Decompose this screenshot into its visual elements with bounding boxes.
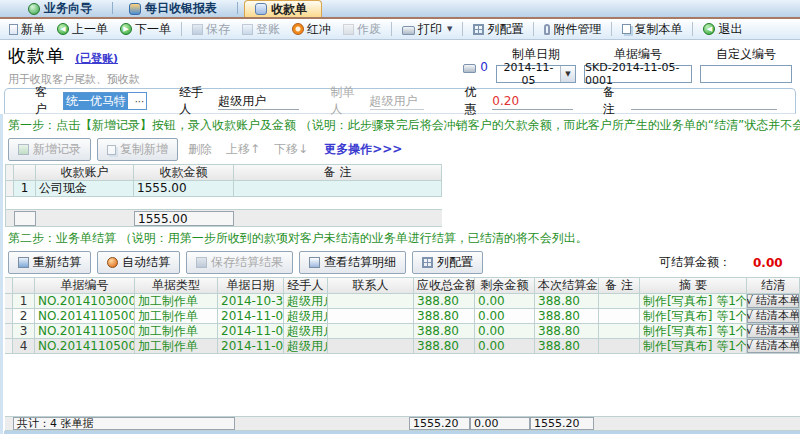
settle-amount-sum: 1555.20 bbox=[530, 417, 594, 430]
discount-label: 优惠 bbox=[464, 84, 486, 118]
red-ink-reverse-button[interactable]: 红冲 bbox=[287, 20, 336, 39]
new-doc-label: 新单 bbox=[21, 21, 45, 38]
doc-date-cell: 2014-10-30 bbox=[218, 294, 284, 309]
settle-amount-cell[interactable]: 388.80 bbox=[535, 339, 599, 354]
table-row[interactable]: 1 NO.201410300002 加工制作单 2014-10-30 超级用户 … bbox=[5, 294, 800, 309]
tab-business-wizard[interactable]: 业务向导 bbox=[18, 0, 106, 17]
check-icon: √ bbox=[747, 294, 753, 308]
summary-cell: 制作[写真布] 等1个项目 bbox=[640, 339, 747, 354]
void-button[interactable]: 作废 bbox=[338, 20, 386, 39]
globe-icon bbox=[28, 3, 40, 15]
handler-label: 经手人 bbox=[179, 84, 212, 118]
settlement-documents-table: 单据编号 单据类型 单据日期 经手人 联系人 应收总金额 剩余金额 本次结算金额… bbox=[5, 277, 800, 431]
browse-ellipsis-button[interactable]: ··· bbox=[135, 96, 147, 107]
chevron-down-icon[interactable]: ▼ bbox=[560, 66, 575, 82]
attachments-button[interactable]: 附件管理 bbox=[539, 20, 606, 39]
grid-icon bbox=[473, 24, 484, 35]
contact-cell bbox=[328, 339, 414, 354]
handler-cell: 超级用户 bbox=[284, 294, 328, 309]
column-config-label: 列配置 bbox=[487, 21, 523, 38]
print-count-button[interactable]: 0 bbox=[463, 60, 488, 74]
doc-no-cell: NO.201411050002 bbox=[35, 324, 135, 339]
doc-date-cell: 2014-11-05 bbox=[218, 339, 284, 354]
settle-clear-button[interactable]: √ 结清本单 bbox=[747, 339, 799, 353]
check-icon: √ bbox=[747, 339, 753, 353]
form-icon bbox=[255, 3, 267, 15]
more-actions-link[interactable]: 更多操作>>> bbox=[324, 141, 402, 158]
copy-doc-button[interactable]: 复制本单 bbox=[617, 20, 687, 39]
posted-status-link[interactable]: (已登账) bbox=[75, 51, 118, 66]
settleable-amount-label: 可结算金额： bbox=[659, 254, 731, 271]
post-ledger-button[interactable]: 登账 bbox=[237, 20, 285, 39]
remaining-cell: 0.00 bbox=[475, 339, 535, 354]
view-settlement-detail-button[interactable]: 查看结算明细 bbox=[299, 251, 406, 274]
save-settlement-button[interactable]: 保存结算结果 bbox=[186, 251, 293, 274]
red-ink-label: 红冲 bbox=[307, 21, 331, 38]
date-field[interactable]: 2014-11-05 ▼ bbox=[496, 65, 576, 83]
row-edge bbox=[6, 165, 14, 181]
print-button[interactable]: 打印 ▼ bbox=[397, 20, 457, 39]
summary-cell: 制作[写真布] 等1个项目 bbox=[640, 294, 747, 309]
row-number-cell: 1 bbox=[13, 294, 35, 309]
payment-accounts-table: 收款账户 收款金额 备 注 1 公司现金 1555.00 1555.00 bbox=[5, 164, 442, 227]
table-row[interactable]: 3 NO.201411050002 加工制作单 2014-11-05 超级用户 … bbox=[5, 324, 800, 339]
doc-date-header: 单据日期 bbox=[218, 278, 284, 294]
total-due-header: 应收总金额 bbox=[414, 278, 475, 294]
view-settlement-detail-label: 查看结算明细 bbox=[324, 254, 396, 271]
prev-arrow-icon: ◀ bbox=[57, 23, 69, 35]
toolbar-separator bbox=[611, 22, 612, 36]
document-header: 收款单 (已登账) 用于收取客户尾款、预收款 0 制单日期 2014-11-05… bbox=[0, 40, 800, 86]
remark-cell bbox=[599, 339, 640, 354]
print-label: 打印 bbox=[418, 21, 442, 38]
settle-clear-label: 结清本单 bbox=[756, 324, 800, 338]
settle-clear-button[interactable]: √ 结清本单 bbox=[747, 309, 799, 323]
customer-label: 客户 bbox=[35, 84, 57, 118]
attachments-label: 附件管理 bbox=[553, 21, 601, 38]
copy-icon bbox=[622, 24, 631, 34]
remaining-cell: 0.00 bbox=[475, 324, 535, 339]
contact-cell bbox=[328, 309, 414, 324]
auto-settle-button[interactable]: 自动结算 bbox=[97, 251, 180, 274]
recalculate-button[interactable]: 重新结算 bbox=[8, 251, 91, 274]
exit-button[interactable]: ◀ 退出 bbox=[698, 20, 747, 39]
new-doc-button[interactable]: 新单 bbox=[4, 20, 50, 39]
auto-settle-label: 自动结算 bbox=[122, 254, 170, 271]
settle-amount-cell[interactable]: 388.80 bbox=[535, 294, 599, 309]
settle-amount-cell[interactable]: 388.80 bbox=[535, 324, 599, 339]
tab-daily-cash-report[interactable]: 每日收银报表 bbox=[119, 0, 231, 17]
table-row[interactable]: 4 NO.201411050003 加工制作单 2014-11-05 超级用户 … bbox=[5, 339, 800, 354]
void-icon bbox=[343, 24, 354, 35]
doc-number-field[interactable]: SKD-2014-11-05-0001 bbox=[584, 65, 692, 83]
table-row[interactable]: 2 NO.201411050001 加工制作单 2014-11-05 超级用户 … bbox=[5, 309, 800, 324]
discount-field[interactable]: 0.20 bbox=[492, 93, 572, 110]
contact-cell bbox=[328, 294, 414, 309]
custom-number-field[interactable] bbox=[700, 65, 792, 83]
toolbar: 新单 ◀ 上一单 ▶ 下一单 保存 登账 红冲 作废 打印 bbox=[0, 19, 800, 40]
next-doc-button[interactable]: ▶ 下一单 bbox=[115, 20, 176, 39]
tab-separator bbox=[237, 2, 238, 14]
add-record-button[interactable]: 新增记录 bbox=[8, 138, 91, 161]
customer-field[interactable]: 统一优马特 ··· bbox=[63, 92, 147, 110]
chevron-down-icon: ▼ bbox=[447, 25, 452, 33]
remark-field[interactable] bbox=[631, 93, 777, 110]
column-config-button[interactable]: 列配置 bbox=[468, 20, 528, 39]
column-config-button-2[interactable]: 列配置 bbox=[412, 251, 483, 274]
custom-number-label: 自定义编号 bbox=[716, 46, 776, 63]
handler-cell: 超级用户 bbox=[284, 339, 328, 354]
detail-icon bbox=[309, 257, 320, 268]
move-up-button[interactable]: 上移↑ bbox=[222, 139, 264, 160]
settle-amount-cell[interactable]: 388.80 bbox=[535, 309, 599, 324]
delete-button[interactable]: 删除 bbox=[184, 139, 216, 160]
tab-receipt[interactable]: 收款单 bbox=[244, 0, 322, 17]
account-header: 收款账户 bbox=[36, 165, 134, 181]
table-row[interactable]: 1 公司现金 1555.00 bbox=[6, 181, 442, 197]
save-label: 保存 bbox=[206, 21, 230, 38]
copy-add-button[interactable]: 复制新增 bbox=[97, 138, 178, 161]
settle-clear-button[interactable]: √ 结清本单 bbox=[747, 324, 799, 338]
move-down-button[interactable]: 下移↓ bbox=[270, 139, 312, 160]
settle-clear-button[interactable]: √ 结清本单 bbox=[747, 294, 799, 308]
save-button[interactable]: 保存 bbox=[187, 20, 235, 39]
prev-doc-button[interactable]: ◀ 上一单 bbox=[52, 20, 113, 39]
handler-field[interactable]: 超级用户 bbox=[218, 93, 298, 110]
printer-icon bbox=[463, 64, 476, 73]
